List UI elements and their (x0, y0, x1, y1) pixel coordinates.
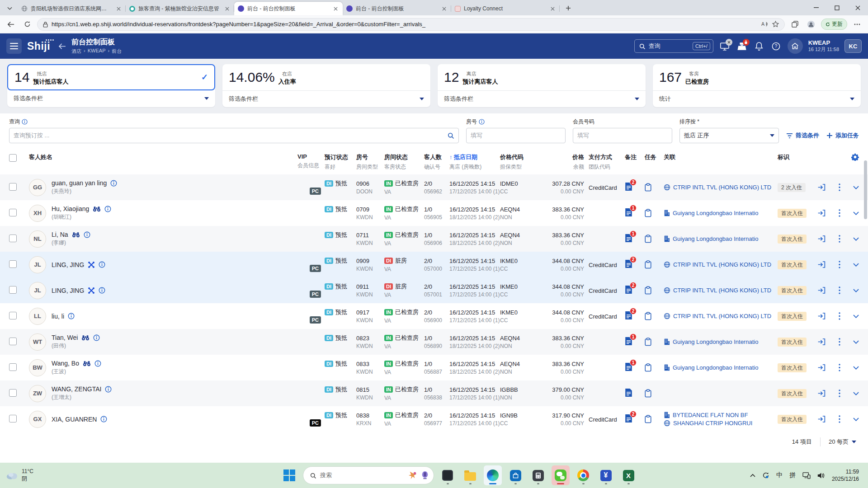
row-menu-kebab-icon[interactable] (839, 389, 840, 397)
expand-row-chevron-icon[interactable] (853, 289, 859, 292)
check-in-icon[interactable] (817, 389, 826, 397)
card-filter-dropdown[interactable]: 筛选条件栏 (7, 90, 215, 107)
scrollbar-thumb[interactable] (864, 160, 867, 219)
tray-volume-icon[interactable] (817, 472, 825, 479)
tray-clock[interactable]: 11:59 2025/12/16 (832, 468, 859, 483)
row-menu-kebab-icon[interactable] (839, 261, 840, 268)
expand-row-chevron-icon[interactable] (853, 237, 859, 241)
more-options-icon[interactable] (851, 18, 863, 31)
guest-name[interactable]: XIA, GUANREN (52, 416, 97, 423)
info-icon[interactable] (100, 416, 107, 422)
company-link[interactable]: Guiyang Longdongbao Internatio (664, 364, 778, 372)
notes-icon[interactable]: 2 (625, 311, 632, 320)
expand-row-chevron-icon[interactable] (853, 186, 859, 189)
task-clipboard-icon[interactable] (645, 235, 664, 243)
taskbar-app-excel[interactable]: X (619, 465, 637, 485)
guest-name[interactable]: Tian, Wei (52, 334, 78, 341)
notes-icon[interactable]: 2 (625, 182, 632, 191)
row-checkbox[interactable] (9, 363, 17, 371)
row-menu-kebab-icon[interactable] (839, 235, 840, 243)
stat-card-departures[interactable]: 12 离店预计离店客人 ✓ 筛选条件栏 (438, 64, 646, 107)
company-link[interactable]: CTRIP INTL TVL (HONG KONG) LTD (664, 261, 778, 269)
hamburger-menu-icon[interactable] (6, 38, 22, 54)
task-clipboard-icon[interactable] (645, 389, 664, 398)
company-link[interactable]: Guiyang Longdongbao Internatio (664, 235, 778, 243)
company-link[interactable]: Guiyang Longdongbao Internatio (664, 209, 778, 217)
new-tab-icon[interactable] (562, 2, 574, 14)
col-rate-code[interactable]: 价格代码 (500, 153, 545, 161)
expand-row-chevron-icon[interactable] (853, 418, 859, 421)
browser-tab-3-active[interactable]: 前台 - 前台控制面板 (234, 2, 343, 15)
expand-row-chevron-icon[interactable] (853, 340, 859, 344)
taskbar-app-chrome[interactable] (574, 465, 592, 485)
guest-name[interactable]: LING, JING (52, 287, 84, 294)
notes-icon[interactable]: 1 (625, 208, 632, 217)
guest-name[interactable]: liu, li (52, 313, 64, 320)
notes-icon[interactable]: 2 (625, 414, 632, 423)
tray-hidden-icons-chevron[interactable] (750, 474, 755, 477)
row-checkbox[interactable] (9, 338, 17, 345)
check-in-icon[interactable] (817, 183, 826, 191)
col-arrival-sorted[interactable]: ↑ 抵店日期 (449, 153, 500, 161)
col-price[interactable]: 价格 (545, 153, 584, 161)
url-field[interactable]: https://cn1.web.ep.shiji.world/individua… (37, 18, 785, 31)
notes-icon[interactable]: 1 (625, 337, 632, 346)
back-icon[interactable] (5, 18, 17, 31)
info-icon[interactable] (22, 119, 28, 125)
col-res-status[interactable]: 预订状态 (325, 153, 356, 161)
notes-icon[interactable]: 1 (625, 362, 632, 371)
tab-list-chevron-icon[interactable] (4, 2, 15, 14)
info-icon[interactable] (479, 119, 485, 125)
search-icon[interactable] (447, 132, 454, 139)
task-clipboard-icon[interactable] (645, 363, 664, 372)
stat-card-inspected-rooms[interactable]: 167 客房已检查房 ✓ 统计 (653, 64, 861, 107)
select-all-checkbox[interactable] (9, 154, 17, 162)
query-input[interactable]: 查询预订按 ... (9, 128, 459, 143)
guest-name[interactable]: Hu, Xiaojiang (52, 205, 89, 212)
col-vip[interactable]: VIP (297, 153, 325, 160)
tab-close-icon[interactable] (223, 5, 231, 12)
browser-tab-1[interactable]: 贵阳机场智选假日酒店系统网址导 (17, 2, 126, 15)
col-guest-name[interactable]: 客人姓名 (29, 153, 52, 161)
member-number-input[interactable]: 填写 (573, 128, 672, 143)
row-checkbox[interactable] (9, 209, 17, 216)
table-settings-gear-icon[interactable] (851, 153, 859, 161)
info-icon[interactable] (99, 287, 105, 294)
taskbar-app-bank[interactable]: ¥ (597, 465, 615, 485)
col-tags[interactable]: 标识 (778, 153, 817, 161)
expand-row-chevron-icon[interactable] (853, 314, 859, 318)
search-mic-icon[interactable] (421, 471, 429, 480)
taskbar-app-edge[interactable] (484, 465, 502, 485)
task-clipboard-icon[interactable] (645, 260, 664, 269)
stat-card-occupancy[interactable]: 14.06% 在店入住率 ✓ 筛选条件栏 (222, 64, 430, 107)
company-link[interactable]: CTRIP INTL TVL (HONG KONG) LTD (664, 286, 778, 295)
notes-icon[interactable] (625, 388, 632, 397)
col-notes[interactable]: 备注 (625, 153, 645, 161)
tray-ime-mode[interactable]: 中 (776, 471, 783, 479)
check-in-icon[interactable] (817, 338, 826, 346)
info-icon[interactable] (105, 386, 112, 393)
browser-tab-4[interactable]: 前台 - 前台控制面板 (343, 2, 451, 15)
profile-avatar-icon[interactable] (805, 18, 817, 31)
taskbar-search-input[interactable]: 搜索 (303, 466, 434, 484)
home-icon[interactable] (788, 38, 803, 54)
info-icon[interactable] (99, 261, 105, 268)
refresh-icon[interactable] (21, 18, 33, 31)
window-minimize-icon[interactable] (806, 0, 826, 15)
check-in-icon[interactable] (817, 261, 826, 268)
guest-name[interactable]: Wang, Bo (52, 360, 79, 367)
row-checkbox[interactable] (9, 260, 17, 268)
row-menu-kebab-icon[interactable] (839, 183, 840, 191)
col-room-state[interactable]: 房间状态 (384, 153, 424, 161)
window-maximize-icon[interactable] (826, 0, 847, 15)
tray-ime-pinyin[interactable]: 拼 (789, 471, 796, 479)
check-in-icon[interactable] (817, 312, 826, 320)
check-in-icon[interactable] (817, 415, 826, 423)
row-menu-kebab-icon[interactable] (839, 312, 840, 320)
tray-devices-icon[interactable] (802, 472, 811, 479)
info-icon[interactable] (110, 180, 117, 187)
cashier-icon[interactable] (736, 42, 748, 51)
company-link[interactable]: SHANGHAI CTRIP HONGRUI (664, 419, 778, 427)
read-aloud-icon[interactable]: A (761, 21, 769, 27)
col-room[interactable]: 房号 (356, 153, 384, 161)
